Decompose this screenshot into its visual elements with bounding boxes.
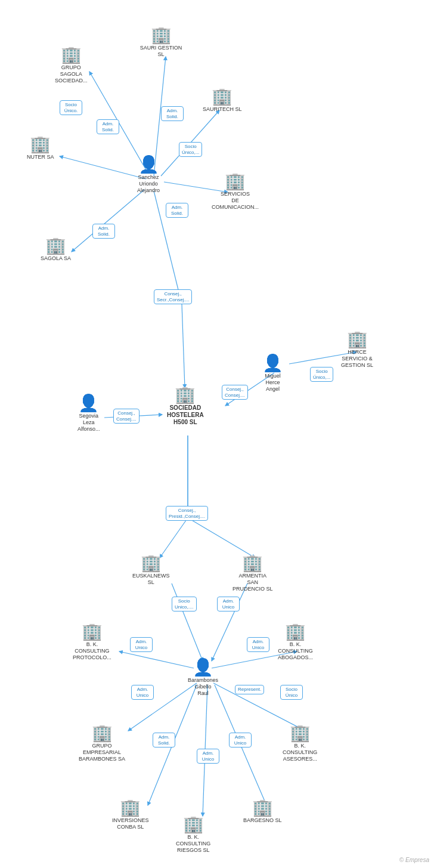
building-icon-bk-riesgos: 🏢	[183, 816, 204, 833]
badge-adm-unico-3: Adm.Unico	[247, 637, 269, 652]
node-sanchez: 👤 SanchezUriondoAlejandro	[137, 156, 160, 193]
label-sanchez: SanchezUriondoAlejandro	[137, 174, 160, 193]
badge-consej-1: Consej.,Secr.,Consej....	[154, 289, 192, 304]
badge-represent-1: Represent.	[235, 685, 264, 694]
svg-line-12	[160, 518, 188, 558]
badge-adm-solid-2: Adm.Solid.	[161, 106, 184, 121]
node-inversiones-conba: 🏢 INVERSIONESCONBA SL	[112, 799, 149, 830]
person-icon-barambones: 👤	[193, 659, 213, 676]
node-bk-riesgos: 🏢 B. K.CONSULTINGRIESGOS SL	[176, 816, 210, 853]
node-nuter: 🏢 NUTER SA	[27, 136, 54, 160]
building-icon-herce: 🏢	[347, 331, 368, 348]
svg-line-2	[60, 156, 146, 179]
badge-adm-unico-6: Adm.Unico	[229, 733, 252, 747]
node-segovia: 👤 SegoviaLezaAlfonso...	[78, 395, 100, 432]
node-grupo-empresarial: 🏢 GRUPOEMPRESARIALBARAMBONES SA	[79, 725, 125, 762]
node-bk-protocolo: 🏢 B. K.CONSULTINGPROTOCOLO...	[73, 623, 111, 660]
svg-line-23	[212, 583, 247, 661]
label-servicios-com: SERVICIOSDECOMUNICACION...	[212, 191, 259, 210]
label-inversiones-conba: INVERSIONESCONBA SL	[112, 817, 149, 830]
node-sociedad-hostelera: 🏢 SOCIEDADHOSTELERAH500 SL	[167, 387, 204, 426]
label-bk-riesgos: B. K.CONSULTINGRIESGOS SL	[176, 834, 210, 853]
svg-line-7	[182, 304, 185, 388]
badge-consej-2: Consej.,Consej....	[113, 409, 140, 424]
building-icon-grupo-empresarial: 🏢	[92, 725, 113, 742]
diagram-container: 🏢 SAURI GESTION SL 🏢 SAURITECH SL 🏢 GRUP…	[0, 0, 434, 868]
building-icon-servicios: 🏢	[225, 173, 246, 190]
label-bk-protocolo: B. K.CONSULTINGPROTOCOLO...	[73, 641, 111, 660]
badge-consej-3: Consej.,Consej....	[222, 385, 248, 400]
node-bargesno: 🏢 BARGESNO SL	[243, 799, 282, 824]
person-icon-segovia: 👤	[78, 395, 99, 412]
label-nuter: NUTER SA	[27, 154, 54, 160]
label-armentia: ARMENTIASANPRUDENCIO SL	[232, 573, 273, 592]
person-icon-miguel: 👤	[262, 355, 283, 372]
node-herce-servicio: 🏢 HERCESERVICIO &GESTION SL	[341, 331, 373, 368]
node-sagola: 🏢 SAGOLA SA	[41, 237, 71, 262]
label-miguel-herce: MiguelHerceAngel	[265, 373, 281, 392]
label-grupo-empresarial: GRUPOEMPRESARIALBARAMBONES SA	[79, 743, 125, 762]
label-herce-servicio: HERCESERVICIO &GESTION SL	[341, 349, 373, 368]
building-icon-grupo-sagola: 🏢	[61, 47, 82, 63]
label-grupo-sagola: GRUPOSAGOLASOCIEDAD...	[55, 64, 88, 84]
building-icon-bargesno: 🏢	[252, 799, 273, 816]
svg-line-4	[72, 190, 144, 252]
label-bk-asesores: B. K.CONSULTINGASESORES...	[283, 743, 317, 762]
building-icon-sauritech: 🏢	[212, 88, 232, 105]
badge-adm-unico-5: Adm.Unico	[197, 749, 219, 764]
building-icon-sauri: 🏢	[151, 27, 172, 44]
label-bk-abogados: B. K.CONSULTINGABOGADOS...	[278, 641, 313, 660]
label-segovia: SegoviaLezaAlfonso...	[78, 413, 100, 432]
node-miguel-herce: 👤 MiguelHerceAngel	[262, 355, 283, 392]
node-sauritech: 🏢 SAURITECH SL	[203, 88, 242, 113]
svg-line-14	[188, 518, 255, 558]
node-euskalnews: 🏢 EUSKALNEWSSL	[132, 555, 170, 586]
badge-adm-solid-3: Adm.Solid.	[166, 203, 188, 218]
label-euskalnews: EUSKALNEWSSL	[132, 573, 170, 586]
badge-socio-unico-2: SocioÚnico,...	[179, 142, 202, 157]
building-icon-bk-asesores: 🏢	[290, 725, 311, 742]
building-icon-euskalnews: 🏢	[141, 555, 162, 572]
badge-socio-unico-5: SocioÚnico	[280, 685, 303, 700]
building-icon-bk-protocolo: 🏢	[82, 623, 103, 640]
badge-adm-unico-1: Adm.Unico	[217, 597, 240, 611]
badge-adm-solid-1: Adm.Solid.	[97, 119, 119, 134]
badge-consej-presid: Consej.,Presid.,Consej....	[166, 506, 208, 521]
node-bk-asesores: 🏢 B. K.CONSULTINGASESORES...	[283, 725, 317, 762]
building-icon-nuter: 🏢	[30, 136, 51, 153]
label-sagola: SAGOLA SA	[41, 255, 71, 262]
label-barambones: BarambonesGibelloRaul	[188, 677, 218, 696]
person-icon-sanchez: 👤	[138, 156, 159, 173]
badge-adm-unico-4: Adm.Unico	[131, 685, 154, 700]
building-icon-inversiones: 🏢	[120, 799, 141, 816]
building-icon-sagola: 🏢	[45, 237, 66, 254]
label-sauri-gestion: SAURI GESTION SL	[137, 45, 185, 58]
building-icon-hostelera: 🏢	[175, 387, 196, 403]
label-sociedad-hostelera: SOCIEDADHOSTELERAH500 SL	[167, 404, 204, 426]
node-grupo-sagola: 🏢 GRUPOSAGOLASOCIEDAD...	[55, 47, 88, 84]
node-armentia: 🏢 ARMENTIASANPRUDENCIO SL	[232, 555, 273, 592]
watermark: © Empresa	[399, 857, 429, 863]
badge-adm-unico-2: Adm.Unico	[130, 637, 153, 652]
badge-socio-unico-4: SocioUnico,....	[172, 597, 197, 611]
label-bargesno: BARGESNO SL	[243, 817, 282, 824]
node-servicios-com: 🏢 SERVICIOSDECOMUNICACION...	[212, 173, 259, 210]
node-sauri-gestion: 🏢 SAURI GESTION SL	[137, 27, 185, 58]
building-icon-armentia: 🏢	[242, 555, 263, 572]
connections-svg	[0, 0, 434, 868]
svg-line-22	[172, 583, 203, 661]
badge-socio-unico-1: SocioÚnico.	[60, 100, 82, 115]
label-sauritech: SAURITECH SL	[203, 106, 242, 113]
node-bk-abogados: 🏢 B. K.CONSULTINGABOGADOS...	[278, 623, 313, 660]
badge-adm-solid-4: Adm.Solid.	[92, 224, 115, 239]
building-icon-bk-abogados: 🏢	[285, 623, 306, 640]
svg-line-15	[119, 651, 194, 668]
node-barambones: 👤 BarambonesGibelloRaul	[188, 659, 218, 696]
badge-socio-unico-3: SocioÚnico,...	[310, 367, 333, 382]
badge-adm-solid-5: Adm.Solid.	[153, 733, 175, 747]
